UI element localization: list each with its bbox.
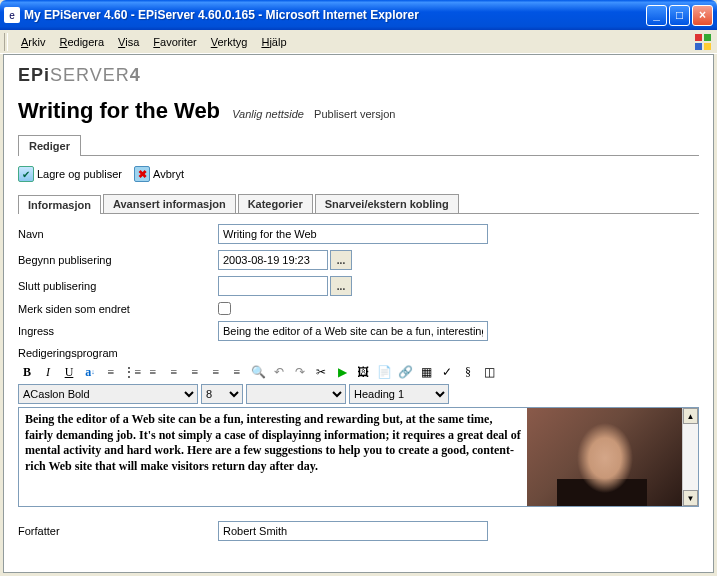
undo-button[interactable]: ↶ [270,363,288,381]
link-button[interactable]: 🔗 [396,363,414,381]
ingress-label: Ingress [18,325,218,337]
page-heading: Writing for the Web Vanlig nettside Publ… [18,98,699,124]
svg-rect-0 [695,34,702,41]
editor-toolbar-formatting: B I U a↓ ≡ ⋮≡ ≡ ≡ ≡ ≡ ≡ 🔍 ↶ ↷ ✂ ▶ 🖼 📄 🔗 … [18,363,699,381]
stop-publish-datepicker-button[interactable]: ... [330,276,352,296]
style-select[interactable] [246,384,346,404]
ie-icon: e [4,7,20,23]
font-size-select[interactable]: 8 [201,384,243,404]
toggle-view-button[interactable]: ◫ [480,363,498,381]
scroll-down-button[interactable]: ▼ [683,490,698,506]
menu-verktyg[interactable]: Verktyg [204,34,255,50]
font-color-button[interactable]: a↓ [81,363,99,381]
name-input[interactable] [218,224,488,244]
tab-informasjon[interactable]: Informasjon [18,195,101,214]
svg-rect-1 [704,34,711,41]
insert-symbol-button[interactable]: § [459,363,477,381]
tab-avansert[interactable]: Avansert informasjon [103,194,236,213]
rich-text-editor[interactable]: Being the editor of a Web site can be a … [18,407,699,507]
align-center-button[interactable]: ≡ [207,363,225,381]
heading-select[interactable]: Heading 1 [349,384,449,404]
menu-hjalp[interactable]: Hjälp [254,34,293,50]
page-type-label: Vanlig nettside [232,108,304,120]
insert-image-button[interactable]: 🖼 [354,363,372,381]
save-icon: ✔ [18,166,34,182]
start-publish-label: Begynn publisering [18,254,218,266]
save-publish-button[interactable]: ✔ Lagre og publiser [18,166,122,182]
scroll-track[interactable] [683,424,698,490]
name-label: Navn [18,228,218,240]
menu-visa[interactable]: Visa [111,34,146,50]
scroll-up-button[interactable]: ▲ [683,408,698,424]
editor-toolbar-font: ACaslon Bold 8 Heading 1 [18,384,699,404]
spellcheck-button[interactable]: ✓ [438,363,456,381]
indent-button[interactable]: ≡ [165,363,183,381]
run-button[interactable]: ▶ [333,363,351,381]
start-publish-datepicker-button[interactable]: ... [330,250,352,270]
numbered-list-button[interactable]: ≡ [102,363,120,381]
svg-rect-2 [695,43,702,50]
menu-arkiv[interactable]: Arkiv [14,34,52,50]
sub-tabstrip: Informasjon Avansert informasjon Kategor… [18,194,699,214]
menubar-grip [4,33,8,51]
tab-kategorier[interactable]: Kategorier [238,194,313,213]
action-row: ✔ Lagre og publiser ✖ Avbryt [18,166,699,182]
stop-publish-label: Slutt publisering [18,280,218,292]
cut-button[interactable]: ✂ [312,363,330,381]
insert-table-button[interactable]: ▦ [417,363,435,381]
editor-scrollbar[interactable]: ▲ ▼ [682,408,698,506]
main-tabstrip: Rediger [18,134,699,156]
find-button[interactable]: 🔍 [249,363,267,381]
tab-snarvei[interactable]: Snarvei/ekstern kobling [315,194,459,213]
mark-changed-checkbox[interactable] [218,302,231,315]
bullet-list-button[interactable]: ⋮≡ [123,363,141,381]
editor-content[interactable]: Being the editor of a Web site can be a … [19,408,527,506]
tab-rediger[interactable]: Rediger [18,135,81,156]
ingress-input[interactable] [218,321,488,341]
cancel-button[interactable]: ✖ Avbryt [134,166,184,182]
maximize-button[interactable]: □ [669,5,690,26]
underline-button[interactable]: U [60,363,78,381]
font-family-select[interactable]: ACaslon Bold [18,384,198,404]
stop-publish-input[interactable] [218,276,328,296]
align-left-button[interactable]: ≡ [186,363,204,381]
align-right-button[interactable]: ≡ [228,363,246,381]
page-title: Writing for the Web [18,98,220,123]
menu-redigera[interactable]: Redigera [52,34,111,50]
window-title: My EPiServer 4.60 - EPiServer 4.60.0.165… [24,8,646,22]
window-titlebar: e My EPiServer 4.60 - EPiServer 4.60.0.1… [0,0,717,30]
insert-file-button[interactable]: 📄 [375,363,393,381]
author-input[interactable] [218,521,488,541]
redo-button[interactable]: ↷ [291,363,309,381]
page-version-label: Publisert versjon [314,108,395,120]
italic-button[interactable]: I [39,363,57,381]
menu-favoriter[interactable]: Favoriter [146,34,203,50]
editor-label: Redigeringsprogram [18,347,699,359]
minimize-button[interactable]: _ [646,5,667,26]
start-publish-input[interactable] [218,250,328,270]
menubar: Arkiv Redigera Visa Favoriter Verktyg Hj… [0,30,717,54]
episerver-logo: EPiSERVER4 [18,65,699,86]
svg-rect-3 [704,43,711,50]
bold-button[interactable]: B [18,363,36,381]
mark-changed-label: Merk siden som endret [18,303,218,315]
editor-embedded-image[interactable] [527,408,682,506]
author-label: Forfatter [18,525,218,537]
cancel-icon: ✖ [134,166,150,182]
outdent-button[interactable]: ≡ [144,363,162,381]
windows-logo-icon [693,32,713,52]
close-button[interactable]: × [692,5,713,26]
